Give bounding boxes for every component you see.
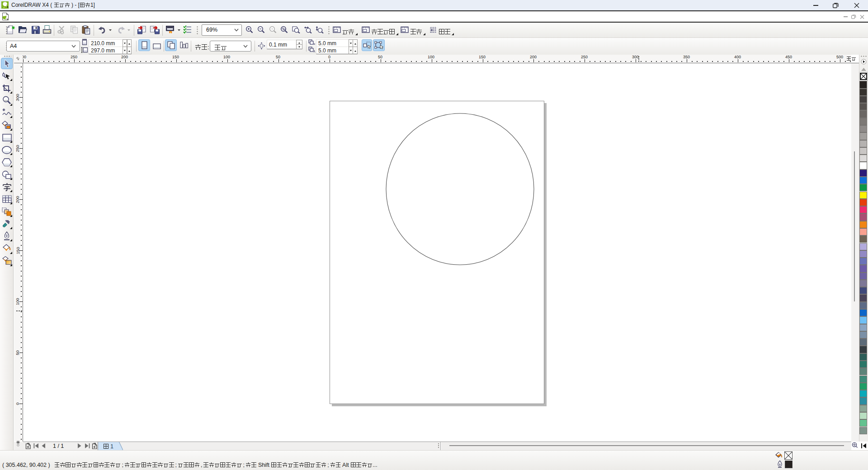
svg-text:200: 200	[15, 196, 20, 203]
svg-text:150: 150	[15, 247, 20, 254]
svg-text:300: 300	[15, 94, 20, 101]
svg-text:100: 100	[15, 298, 20, 305]
svg-text:0: 0	[15, 403, 20, 405]
svg-text:50: 50	[15, 350, 20, 355]
svg-text:250: 250	[15, 145, 20, 152]
